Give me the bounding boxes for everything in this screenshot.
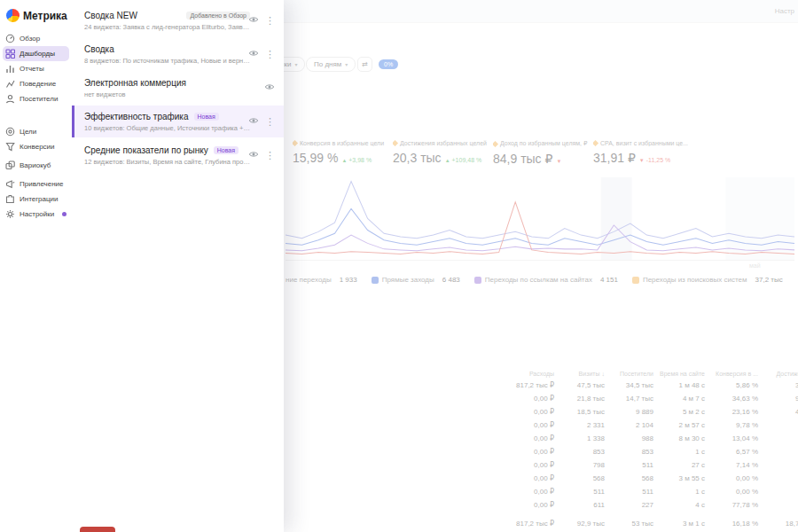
dashboard-description: 12 виджетов: Визиты, Время на сайте, Глу… bbox=[84, 158, 250, 166]
varioqub-experiment-icon bbox=[5, 160, 15, 170]
item-actions: ⋮ bbox=[248, 46, 275, 62]
metrika-logo[interactable]: Метрика bbox=[0, 7, 72, 31]
app-root: Настр ики ▾ По дням ▾ ⇄ 0% Конверсия в и… bbox=[0, 0, 798, 532]
goals-target-icon bbox=[5, 127, 15, 137]
sidebar-item-behavior[interactable]: Поведение bbox=[0, 76, 72, 91]
added-to-overview-badge: Добавлено в Обзор bbox=[186, 12, 250, 20]
sidebar-item-conversions[interactable]: Конверсии bbox=[0, 139, 72, 154]
reports-bars-icon bbox=[5, 64, 15, 74]
dashboards-flyout-panel: Сводка NEW Добавлено в Обзор 24 виджета:… bbox=[72, 0, 284, 532]
item-actions bbox=[264, 80, 275, 96]
overview-gauge-icon bbox=[5, 34, 15, 43]
sidebar-item-goals[interactable]: Цели bbox=[0, 124, 72, 139]
dashboard-title: Средние показатели по рынку bbox=[84, 145, 208, 155]
sidebar-item-visitors[interactable]: Посетители bbox=[0, 91, 72, 106]
sidebar-item-label: Обзор bbox=[20, 35, 40, 43]
dashboard-list-item-ecommerce[interactable]: Электронная коммерция нет виджетов bbox=[72, 72, 284, 104]
dashboard-title-row: Эффективность трафика Новая bbox=[84, 112, 250, 121]
sidebar-item-varioqub[interactable]: Вариокуб bbox=[0, 158, 72, 173]
dashboard-title: Электронная коммерция bbox=[84, 78, 186, 88]
new-badge: Новая bbox=[214, 146, 239, 154]
dashboard-title: Сводка bbox=[84, 44, 114, 54]
sidebar-item-label: Вариокуб bbox=[20, 161, 51, 169]
dashboard-list-item-svodka[interactable]: Сводка 8 виджетов: По источникам трафика… bbox=[72, 38, 284, 70]
dashboard-title-row: Электронная коммерция bbox=[84, 78, 250, 88]
app-title: Метрика bbox=[23, 10, 67, 22]
sidebar-item-label: Конверсии bbox=[20, 143, 55, 151]
integrations-puzzle-icon bbox=[5, 194, 15, 204]
visitors-person-icon bbox=[5, 94, 15, 104]
dashboard-description: 24 виджета: Заявка с лид-генератора Ellt… bbox=[84, 23, 250, 31]
kebab-menu-icon[interactable]: ⋮ bbox=[265, 16, 275, 26]
sidebar-item-label: Настройки bbox=[20, 210, 54, 218]
sidebar-item-overview[interactable]: Обзор bbox=[0, 31, 72, 46]
dashboards-grid-icon bbox=[5, 49, 15, 59]
notification-dot bbox=[62, 212, 66, 216]
sidebar-item-dashboards[interactable]: Дашборды bbox=[3, 46, 69, 61]
eye-icon[interactable] bbox=[248, 147, 259, 163]
item-actions: ⋮ bbox=[248, 113, 275, 129]
dashboard-title: Сводка NEW bbox=[84, 11, 137, 20]
item-actions: ⋮ bbox=[248, 147, 275, 163]
dashboard-title-row: Сводка NEW Добавлено в Обзор bbox=[84, 11, 250, 20]
kebab-menu-icon[interactable]: ⋮ bbox=[265, 151, 275, 160]
dashboard-description: 8 виджетов: По источникам трафика, Новые… bbox=[84, 57, 250, 65]
item-actions: ⋮ bbox=[248, 12, 275, 28]
behavior-trend-icon bbox=[5, 79, 15, 89]
dashboard-description: нет виджетов bbox=[84, 90, 250, 98]
eye-icon[interactable] bbox=[248, 12, 259, 28]
metrika-logo-icon bbox=[6, 9, 20, 22]
sidebar: Метрика Обзор Дашборды Отчеты Поведение … bbox=[0, 0, 72, 532]
dashboard-list-item-traffic-efficiency[interactable]: Эффективность трафика Новая 10 виджетов:… bbox=[72, 106, 284, 137]
dashboard-list-item-market-averages[interactable]: Средние показатели по рынку Новая 12 вид… bbox=[72, 139, 284, 171]
settings-gear-icon bbox=[5, 209, 15, 219]
sidebar-item-label: Отчеты bbox=[20, 65, 44, 73]
conversions-funnel-icon bbox=[5, 142, 15, 152]
kebab-menu-icon[interactable]: ⋮ bbox=[265, 50, 275, 59]
sidebar-item-label: Посетители bbox=[20, 95, 58, 103]
dashboard-title-row: Сводка bbox=[84, 44, 250, 54]
sidebar-item-settings[interactable]: Настройки bbox=[0, 207, 72, 222]
dashboard-list-item-svodka-new[interactable]: Сводка NEW Добавлено в Обзор 24 виджета:… bbox=[72, 4, 284, 36]
sidebar-item-label: Интеграции bbox=[20, 195, 59, 203]
dashboard-title: Эффективность трафика bbox=[84, 112, 189, 121]
sidebar-item-reports[interactable]: Отчеты bbox=[0, 61, 72, 76]
eye-icon[interactable] bbox=[264, 80, 275, 96]
eye-icon[interactable] bbox=[248, 46, 259, 62]
dashboard-title-row: Средние показатели по рынку Новая bbox=[84, 145, 250, 155]
sidebar-item-acquisition[interactable]: Привлечение bbox=[0, 176, 72, 192]
sidebar-item-label: Поведение bbox=[20, 80, 56, 88]
acquisition-megaphone-icon bbox=[5, 179, 15, 189]
create-dashboard-button-partial[interactable] bbox=[80, 527, 115, 532]
kebab-menu-icon[interactable]: ⋮ bbox=[265, 117, 275, 127]
eye-icon[interactable] bbox=[248, 113, 259, 129]
new-badge: Новая bbox=[194, 113, 219, 121]
dashboard-description: 10 виджетов: Общие данные, Источники тра… bbox=[84, 124, 250, 132]
sidebar-item-label: Привлечение bbox=[20, 180, 64, 188]
sidebar-item-label: Цели bbox=[20, 128, 36, 136]
sidebar-item-integrations[interactable]: Интеграции bbox=[0, 192, 72, 207]
sidebar-item-label: Дашборды bbox=[20, 50, 55, 58]
nav-group-divider bbox=[0, 106, 72, 124]
